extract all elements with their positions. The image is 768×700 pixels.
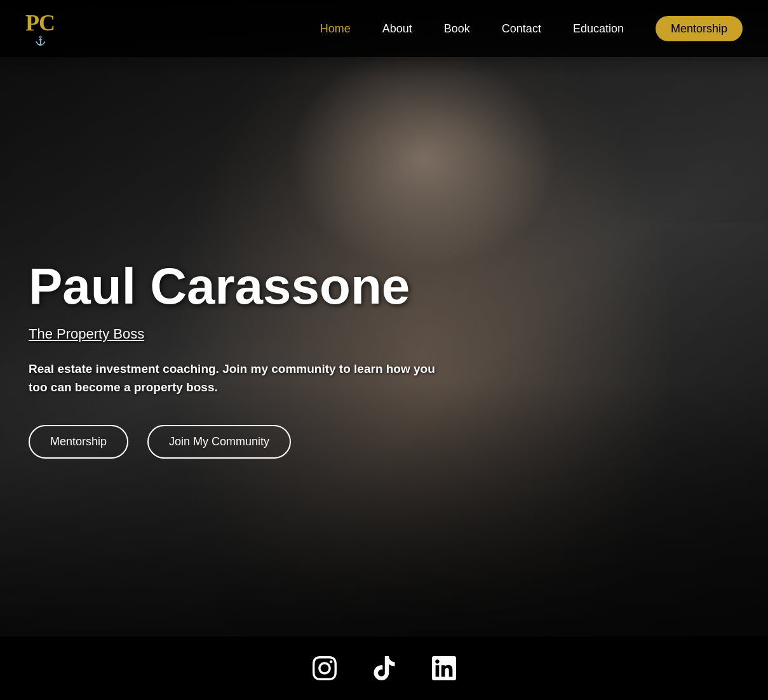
nav-item-contact[interactable]: Contact bbox=[502, 22, 541, 36]
nav-cta-item[interactable]: Mentorship bbox=[656, 22, 743, 36]
nav-mentorship-button[interactable]: Mentorship bbox=[656, 16, 743, 41]
navigation: PC ⚓ Home About Book Contact Education M… bbox=[0, 0, 768, 57]
nav-link-book[interactable]: Book bbox=[444, 22, 470, 35]
hero-content: Paul Carassone The Property Boss Real es… bbox=[29, 260, 441, 459]
hero-community-button[interactable]: Join My Community bbox=[147, 425, 291, 459]
logo-letters: PC bbox=[25, 11, 55, 34]
logo[interactable]: PC ⚓ bbox=[25, 11, 55, 46]
nav-link-home[interactable]: Home bbox=[320, 22, 351, 35]
nav-link-education[interactable]: Education bbox=[573, 22, 624, 35]
nav-links: Home About Book Contact Education Mentor… bbox=[320, 22, 743, 36]
nav-item-book[interactable]: Book bbox=[444, 22, 470, 36]
linkedin-icon[interactable] bbox=[430, 654, 458, 682]
hero-name: Paul Carassone bbox=[29, 260, 441, 313]
instagram-icon[interactable] bbox=[311, 654, 339, 682]
footer-social bbox=[0, 636, 768, 700]
nav-link-about[interactable]: About bbox=[382, 22, 412, 35]
nav-link-contact[interactable]: Contact bbox=[502, 22, 541, 35]
nav-item-education[interactable]: Education bbox=[573, 22, 624, 36]
hero-section: Paul Carassone The Property Boss Real es… bbox=[0, 0, 768, 636]
hero-description: Real estate investment coaching. Join my… bbox=[29, 360, 441, 396]
hero-mentorship-button[interactable]: Mentorship bbox=[29, 425, 128, 459]
hero-subtitle: The Property Boss bbox=[29, 326, 441, 342]
nav-item-home[interactable]: Home bbox=[320, 22, 351, 36]
tiktok-icon[interactable] bbox=[370, 654, 398, 682]
logo-icon: ⚓ bbox=[25, 36, 55, 46]
hero-buttons: Mentorship Join My Community bbox=[29, 425, 441, 459]
nav-item-about[interactable]: About bbox=[382, 22, 412, 36]
